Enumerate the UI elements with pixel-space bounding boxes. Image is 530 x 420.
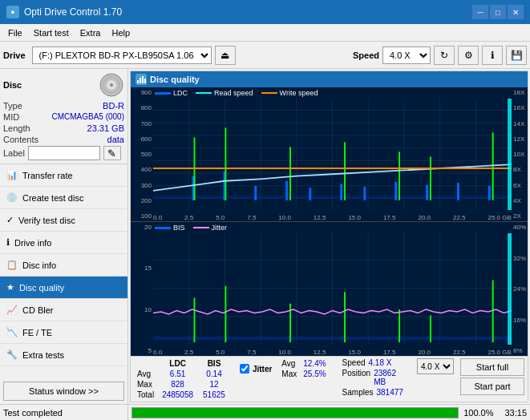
status-window-button[interactable]: Status window >>	[3, 382, 124, 401]
start-part-button[interactable]: Start part	[460, 378, 524, 395]
total-ldc: 2485058	[157, 390, 198, 400]
disc-quality-icon: ★	[6, 282, 14, 293]
progress-fill	[132, 408, 458, 418]
disc-section: Disc Type BD-R MID CMCMAGBA5 (000) Lengt…	[0, 69, 127, 164]
stats-bar: LDC BIS Avg 6.51 0.14 Max 828 12 Total	[131, 356, 528, 402]
legend-ldc: LDC	[173, 89, 188, 97]
speed-row: Speed 4.18 X	[342, 358, 404, 367]
svg-rect-34	[363, 187, 366, 200]
minimize-button[interactable]: ─	[472, 5, 488, 19]
svg-rect-47	[508, 99, 512, 210]
title-bar: ● Opti Drive Control 1.70 ─ □ ✕	[0, 0, 530, 24]
total-label: Total	[134, 390, 157, 400]
svg-rect-41	[289, 147, 291, 200]
menu-extra[interactable]: Extra	[75, 26, 106, 39]
total-bis: 51625	[198, 390, 230, 400]
info-button[interactable]: ℹ	[482, 46, 503, 65]
chart-panel: Disc quality LDC Read speed	[130, 71, 528, 402]
start-full-button[interactable]: Start full	[460, 358, 524, 376]
svg-rect-7	[142, 76, 144, 83]
charts-container: LDC Read speed Write speed	[131, 87, 528, 356]
samples-value: 381477	[377, 388, 403, 397]
top-chart: LDC Read speed Write speed	[131, 87, 528, 222]
disc-icon	[99, 72, 124, 98]
nav-list: 📊 Transfer rate 💿 Create test disc ✓ Ver…	[0, 164, 127, 366]
toolbar: Drive (F:) PLEXTOR BD-R PX-LB950SA 1.06 …	[0, 42, 530, 69]
refresh-button[interactable]: ↻	[434, 46, 455, 65]
chart-legend-bottom: BIS Jitter	[155, 224, 227, 232]
label-label: Label	[3, 148, 25, 158]
chart-inner-bottom	[153, 233, 512, 345]
nav-cd-bler[interactable]: 📈 CD Bler	[0, 299, 127, 321]
length-label: Length	[3, 123, 30, 133]
mid-label: MID	[3, 112, 19, 122]
menu-file[interactable]: File	[3, 26, 27, 39]
jitter-checkbox[interactable]	[240, 364, 249, 374]
stats-table: LDC BIS Avg 6.51 0.14 Max 828 12 Total	[134, 358, 230, 400]
svg-rect-36	[426, 185, 428, 200]
label-edit-button[interactable]: ✎	[103, 146, 121, 160]
svg-rect-35	[394, 182, 397, 200]
svg-rect-45	[492, 132, 494, 200]
action-buttons: Start full Start part	[460, 358, 524, 395]
nav-disc-info[interactable]: 📋 Disc info	[0, 254, 127, 277]
svg-rect-33	[340, 184, 342, 200]
speed-label-stat: Speed	[342, 358, 366, 367]
nav-verify-test-disc[interactable]: ✓ Verify test disc	[0, 209, 127, 232]
settings-button[interactable]: ⚙	[458, 46, 479, 65]
avg-label: Avg	[134, 369, 157, 379]
menu-help[interactable]: Help	[107, 26, 135, 39]
svg-rect-65	[344, 292, 346, 342]
eject-button[interactable]: ⏏	[215, 46, 236, 65]
app-icon: ●	[6, 6, 19, 18]
type-label: Type	[3, 101, 22, 111]
mid-value: CMCMAGBA5 (000)	[51, 112, 124, 122]
jitter-avg-value: 12.4%	[300, 358, 329, 369]
verify-test-disc-icon: ✓	[6, 215, 14, 225]
drive-info-label: Drive info	[14, 238, 51, 248]
svg-rect-69	[508, 233, 512, 345]
jitter-label: Jitter	[253, 365, 272, 374]
maximize-button[interactable]: □	[490, 5, 506, 19]
drive-dropdown[interactable]: (F:) PLEXTOR BD-R PX-LB950SA 1.06	[32, 46, 212, 64]
type-value: BD-R	[103, 101, 124, 111]
verify-test-disc-label: Verify test disc	[18, 216, 75, 225]
bis-header: BIS	[198, 358, 230, 369]
disc-quality-label: Disc quality	[19, 283, 64, 293]
speed-dropdown[interactable]: 4.0 X	[382, 46, 431, 64]
svg-rect-68	[492, 281, 494, 343]
drive-label: Drive	[3, 50, 26, 60]
speed-label: Speed	[353, 50, 379, 60]
svg-rect-61	[153, 337, 512, 340]
nav-create-test-disc[interactable]: 💿 Create test disc	[0, 187, 127, 209]
nav-fe-te[interactable]: 📉 FE / TE	[0, 321, 127, 344]
speed-select[interactable]: 4.0 X	[417, 358, 454, 374]
fe-te-label: FE / TE	[22, 328, 52, 337]
cd-bler-label: CD Bler	[22, 305, 54, 315]
svg-rect-40	[225, 127, 226, 200]
legend-bis: BIS	[173, 224, 185, 232]
nav-disc-quality[interactable]: ★ Disc quality	[0, 277, 127, 299]
svg-rect-8	[144, 79, 146, 83]
svg-rect-67	[430, 315, 431, 342]
position-label: Position	[342, 369, 371, 386]
nav-drive-info[interactable]: ℹ Drive info	[0, 232, 127, 254]
speed-value-stat: 4.18 X	[369, 358, 392, 367]
legend-read-speed: Read speed	[214, 89, 253, 97]
label-input[interactable]	[28, 146, 100, 160]
sidebar: Disc Type BD-R MID CMCMAGBA5 (000) Lengt…	[0, 69, 128, 420]
nav-transfer-rate[interactable]: 📊 Transfer rate	[0, 164, 127, 187]
nav-extra-tests[interactable]: 🔧 Extra tests	[0, 344, 127, 366]
menu-bar: File Start test Extra Help	[0, 24, 530, 42]
chart-inner-top	[153, 99, 512, 210]
content-area: Disc quality LDC Read speed	[128, 69, 530, 420]
svg-rect-43	[399, 151, 400, 200]
create-test-disc-label: Create test disc	[22, 193, 83, 203]
chart-title-bar: Disc quality	[131, 71, 528, 87]
jitter-avg-label: Avg	[278, 358, 300, 369]
disc-info-icon: 📋	[6, 260, 18, 270]
close-button[interactable]: ✕	[508, 5, 524, 19]
save-button[interactable]: 💾	[506, 46, 527, 65]
menu-start-test[interactable]: Start test	[29, 26, 74, 39]
speed-select-group: 4.0 X	[417, 358, 454, 374]
